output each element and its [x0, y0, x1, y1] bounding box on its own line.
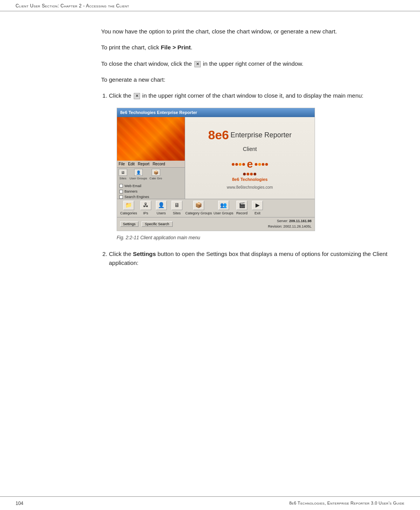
ss-e-letter: e: [247, 156, 253, 172]
dot-b2: [247, 173, 249, 175]
ss-menu-record[interactable]: Record: [152, 161, 165, 167]
ss-user-icon: 👤: [134, 169, 143, 176]
dot-b4: [254, 173, 256, 175]
ss-logo-text: Enterprise Reporter: [231, 130, 292, 141]
ss-checkbox-webemail[interactable]: [119, 184, 123, 188]
header-text: Client User Section: Chapter 2 - Accessi…: [16, 3, 129, 9]
ss-left-image: File Edit Report Record: [117, 117, 185, 168]
para4-text: To generate a new chart:: [101, 76, 165, 83]
ss-checkbox-search[interactable]: [119, 195, 123, 199]
ss-check-search: Search Engines: [119, 194, 182, 199]
ss-nav-cate[interactable]: 📦 Cate Gro: [149, 169, 162, 181]
dot-3: [239, 163, 242, 166]
ss-status-right: Server: 209.11.161.98 Revision: 2002.11.…: [268, 219, 312, 230]
close-icon-inline: ✕: [194, 61, 201, 67]
ss-ips-label: IPs: [143, 211, 148, 216]
dot-6: [258, 163, 261, 166]
ss-settings-button[interactable]: Settings: [120, 221, 138, 227]
ss-logo: 8e6 Enterprise Reporter: [208, 126, 291, 145]
para2-prefix: To print the chart, click: [101, 44, 161, 51]
para1-text: You now have the option to print the cha…: [101, 28, 337, 35]
ss-ips-icon: 🖧: [140, 201, 151, 210]
ss-main-area: File Edit Report Record 🖥 Sit: [117, 117, 315, 199]
step-1: Click the ✕ in the upper right corner of…: [109, 91, 404, 242]
ss-checkbox-banners[interactable]: [119, 190, 123, 193]
ss-nav-icons: 🖥 Sites 👤 User Groups 📦 Cate Gro: [117, 168, 185, 182]
ss-logo-number: 8e6: [208, 126, 229, 145]
ss-brand: 8e6 Technologies: [232, 176, 268, 183]
paragraph-1: You now have the option to print the cha…: [101, 27, 404, 36]
ss-menu-report[interactable]: Report: [138, 161, 149, 167]
ss-categories-icon: 📁: [123, 201, 134, 210]
dot-2: [235, 163, 238, 166]
ss-tool-user-groups[interactable]: 👥 User Groups: [214, 201, 233, 216]
ss-tool-users[interactable]: 👤 Users: [154, 201, 168, 216]
para3-suffix: in the upper right corner of the window.: [201, 60, 304, 67]
para2-suffix: .: [191, 44, 192, 51]
ss-specific-search-button[interactable]: Specific Search: [142, 221, 173, 227]
ss-image-overlay: [117, 117, 185, 168]
ss-dots-row-top: e: [232, 156, 268, 172]
ss-dots-row-bottom: [232, 173, 268, 175]
ss-revision-label: Revision:: [268, 224, 282, 228]
ss-label-webemail: Web Email: [124, 183, 141, 189]
ss-tool-sites[interactable]: 🖥 Sites: [170, 201, 184, 216]
ss-left-panel: File Edit Report Record 🖥 Sit: [117, 117, 185, 199]
ss-titlebar: 8e6 Technologies Enterprise Reporter: [117, 108, 315, 117]
ss-status-bar: Settings Specific Search Server: 209.11.…: [117, 217, 315, 231]
ss-categories-label: Categories: [120, 211, 137, 216]
numbered-list: Click the ✕ in the upper right corner of…: [109, 91, 404, 267]
para3-prefix: To close the chart window, click the: [101, 60, 194, 67]
ss-logo-enterprise-reporter: Enterprise Reporter: [231, 131, 292, 139]
ss-category-groups-label: Category Groups: [186, 211, 212, 216]
ss-nav-sites[interactable]: 🖥 Sites: [119, 169, 127, 181]
dot-b3: [250, 173, 253, 175]
paragraph-3: To close the chart window, click the ✕ i…: [101, 59, 404, 68]
ss-sites-icon2: 🖥: [172, 201, 182, 210]
ss-tool-categories[interactable]: 📁 Categories: [120, 201, 137, 216]
ss-category-groups-icon: 📦: [193, 201, 204, 210]
ss-bottom-toolbar: 📁 Categories 🖧 IPs 👤 Users 🖥: [117, 199, 315, 217]
step2-bold: Settings: [133, 251, 156, 257]
ss-menu-bar: File Edit Report Record: [117, 161, 185, 168]
ss-cate-icon: 📦: [152, 169, 160, 176]
step1-close-icon: ✕: [134, 93, 140, 99]
ss-sites-label2: Sites: [173, 211, 181, 216]
footer-right-text: 8e6 Technologies, Enterprise Reporter 3.…: [289, 501, 404, 506]
ss-user-groups-icon: 👥: [218, 201, 229, 210]
main-content: You now have the option to print the cha…: [0, 11, 420, 290]
ss-dots-logo: e: [232, 156, 268, 175]
ss-check-webemail: Web Email: [119, 183, 182, 189]
ss-menu-edit[interactable]: Edit: [128, 161, 135, 167]
dot-7: [262, 163, 264, 166]
dot-5: [255, 163, 257, 166]
ss-sites-icon: 🖥: [119, 169, 127, 176]
para2-bold: File > Print: [161, 44, 191, 51]
ss-label-banners: Banners: [124, 189, 138, 194]
ss-server-value: 209.11.161.98: [289, 219, 312, 223]
ss-user-label: User Groups: [130, 176, 147, 181]
ss-label-search: Search Engines: [124, 194, 149, 199]
ss-exit-label: Exit: [255, 211, 261, 216]
ss-menu-file[interactable]: File: [119, 161, 125, 167]
header-bar: Client User Section: Chapter 2 - Accessi…: [0, 0, 420, 11]
ss-cate-label: Cate Gro: [149, 176, 162, 181]
step-2: Click the Settings button to open the Se…: [109, 249, 404, 268]
ss-tool-record[interactable]: 🎬 Record: [235, 201, 249, 216]
dot-4: [242, 163, 245, 166]
ss-check-banners: Banners: [119, 189, 182, 194]
ss-user-groups-label: User Groups: [214, 211, 233, 216]
dot-b1: [243, 173, 246, 175]
ss-right-panel: 8e6 Enterprise Reporter Client: [185, 117, 315, 199]
ss-tool-category-groups[interactable]: 📦 Category Groups: [186, 201, 212, 216]
ss-url: www.8e6technologies.com: [227, 184, 273, 191]
ss-exit-icon: ▶: [252, 201, 263, 210]
ss-checklist: Web Email Banners Search Engines: [117, 182, 185, 199]
ss-tool-ips[interactable]: 🖧 IPs: [139, 201, 153, 216]
ss-tool-exit[interactable]: ▶ Exit: [250, 201, 264, 216]
paragraph-4: To generate a new chart:: [101, 75, 404, 84]
paragraph-2: To print the chart, click File > Print.: [101, 43, 404, 52]
ss-nav-user[interactable]: 👤 User Groups: [130, 169, 147, 181]
dot-8: [265, 163, 268, 166]
ss-logo-subtitle: Client: [243, 145, 257, 154]
